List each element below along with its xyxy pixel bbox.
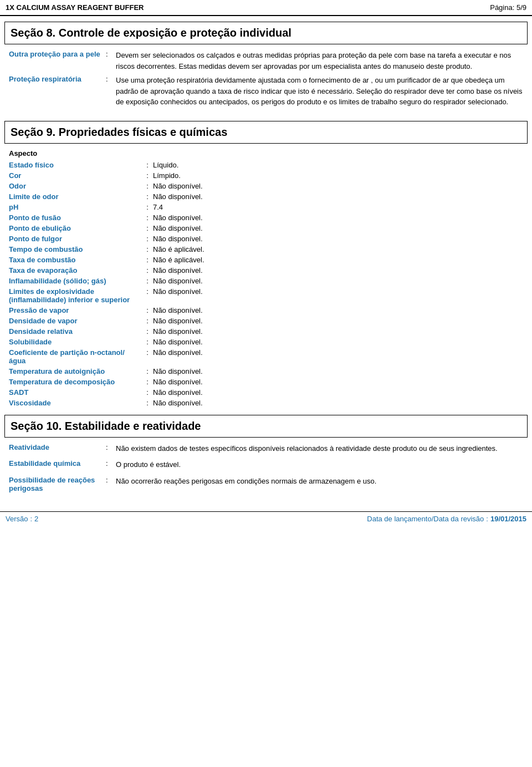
section9-heading: Seção 9. Propriedades físicas e químicas — [4, 121, 528, 144]
document-title: 1X CALCIUM ASSAY REAGENT BUFFER — [6, 3, 144, 12]
page-number: Página: 5/9 — [490, 3, 526, 12]
prop-label: pH — [9, 203, 142, 211]
prop-value: Não disponível. — [153, 338, 523, 346]
sec8-value-1: Devem ser selecionados os calçados e out… — [116, 50, 523, 72]
section9-properties: Estado físico:Líquido.Cor:Límpido.Odor:N… — [0, 159, 532, 409]
sec8-row-2: Proteção respiratória : Use uma proteção… — [9, 75, 523, 108]
prop-value: Não disponível. — [153, 317, 523, 325]
version-label: Versão — [6, 515, 28, 523]
prop-row: Limites de explosividade (inflamabilidad… — [9, 286, 523, 305]
prop-value: Não disponível. — [153, 388, 523, 397]
prop-colon: : — [142, 171, 153, 180]
prop-colon: : — [142, 214, 153, 222]
prop-label: Pressão de vapor — [9, 306, 142, 314]
prop-row: Ponto de ebulição:Não disponível. — [9, 223, 523, 233]
date-label: Data de lançamento/Data da revisão — [367, 515, 484, 523]
prop-label: Limites de explosividade (inflamabilidad… — [9, 287, 142, 304]
page: 1X CALCIUM ASSAY REAGENT BUFFER Página: … — [0, 0, 532, 526]
section8-content: Outra proteção para a pele : Devem ser s… — [0, 48, 532, 115]
prop-row: Ponto de fusão:Não disponível. — [9, 212, 523, 223]
date-value: 19/01/2015 — [490, 515, 526, 523]
prop-label: Coeficiente de partição n-octanol/água — [9, 348, 142, 365]
footer-version: Versão : 2 — [6, 515, 38, 523]
date-colon: : — [486, 515, 488, 523]
prop-colon: : — [142, 266, 153, 275]
prop-value: Não disponível. — [153, 192, 523, 201]
prop-label: Ponto de ebulição — [9, 224, 142, 232]
prop-colon: : — [142, 203, 153, 211]
sec10-label: Possibilidade de reações perigosas — [9, 476, 106, 492]
prop-colon: : — [142, 399, 153, 407]
prop-colon: : — [142, 245, 153, 253]
prop-value: Não disponível. — [153, 367, 523, 375]
prop-value: Não disponível. — [153, 182, 523, 190]
prop-colon: : — [142, 224, 153, 232]
prop-colon: : — [142, 235, 153, 243]
prop-row: Taxa de evaporação:Não disponível. — [9, 265, 523, 276]
sec8-row-1: Outra proteção para a pele : Devem ser s… — [9, 50, 523, 72]
sec10-colon: : — [106, 476, 116, 484]
prop-value: Não disponível. — [153, 306, 523, 314]
prop-colon: : — [142, 256, 153, 264]
sec10-value: Não existem dados de testes específicos … — [116, 443, 523, 454]
sec8-value-2: Use uma proteção respiratória devidament… — [116, 75, 523, 108]
sec10-label: Reatividade — [9, 443, 106, 451]
version-value: 2 — [34, 515, 38, 523]
prop-label: Estado físico — [9, 161, 142, 169]
prop-label: Temperatura de decomposição — [9, 378, 142, 386]
prop-label: Odor — [9, 182, 142, 190]
prop-label: Viscosidade — [9, 399, 142, 407]
prop-row: Densidade de vapor:Não disponível. — [9, 316, 523, 326]
prop-row: Limite de odor:Não disponível. — [9, 191, 523, 202]
prop-row: Taxa de combustão:Não é aplicável. — [9, 255, 523, 265]
sec10-row: Reatividade:Não existem dados de testes … — [9, 443, 523, 454]
section8-heading: Seção 8. Controle de exposição e proteçã… — [4, 22, 528, 44]
prop-row: Solubilidade:Não disponível. — [9, 337, 523, 347]
prop-colon: : — [142, 317, 153, 325]
sec8-colon-2: : — [106, 75, 116, 83]
prop-value: Não disponível. — [153, 399, 523, 407]
prop-value: Não disponível. — [153, 378, 523, 386]
prop-row: Temperatura de autoignição:Não disponíve… — [9, 366, 523, 377]
sec10-row: Estabilidade química:O produto é estável… — [9, 459, 523, 470]
prop-value: Não disponível. — [153, 287, 523, 296]
sec10-colon: : — [106, 443, 116, 451]
prop-colon: : — [142, 338, 153, 346]
prop-value: Não é aplicável. — [153, 245, 523, 253]
prop-label: Ponto de fulgor — [9, 235, 142, 243]
prop-label: Tempo de combustão — [9, 245, 142, 253]
prop-row: Inflamabilidade (sólido; gás):Não dispon… — [9, 276, 523, 286]
prop-colon: : — [142, 348, 153, 357]
prop-row: SADT:Não disponível. — [9, 387, 523, 398]
prop-row: Cor:Límpido. — [9, 170, 523, 181]
prop-value: Límpido. — [153, 171, 523, 180]
prop-value: Não disponível. — [153, 348, 523, 357]
prop-label: Densidade relativa — [9, 327, 142, 336]
prop-colon: : — [142, 388, 153, 397]
prop-label: Inflamabilidade (sólido; gás) — [9, 277, 142, 285]
prop-value: Não disponível. — [153, 214, 523, 222]
prop-colon: : — [142, 182, 153, 190]
prop-value: Não disponível. — [153, 235, 523, 243]
prop-colon: : — [142, 277, 153, 285]
prop-colon: : — [142, 378, 153, 386]
sec10-row: Possibilidade de reações perigosas:Não o… — [9, 476, 523, 492]
version-colon: : — [30, 515, 32, 523]
prop-label: Solubilidade — [9, 338, 142, 346]
prop-value: Não disponível. — [153, 266, 523, 275]
prop-value: Não disponível. — [153, 327, 523, 336]
prop-row: Ponto de fulgor:Não disponível. — [9, 233, 523, 244]
section10-heading: Seção 10. Estabilidade e reatividade — [4, 415, 528, 438]
page-header: 1X CALCIUM ASSAY REAGENT BUFFER Página: … — [0, 0, 532, 16]
sec8-label-2: Proteção respiratória — [9, 75, 106, 83]
sec8-colon-1: : — [106, 50, 116, 58]
prop-row: Temperatura de decomposição:Não disponív… — [9, 377, 523, 387]
prop-row: Coeficiente de partição n-octanol/água:N… — [9, 347, 523, 366]
subsection-aspecto: Aspecto — [0, 147, 532, 159]
sec10-value: Não ocorrerão reações perigosas em condi… — [116, 476, 523, 487]
prop-colon: : — [142, 192, 153, 201]
prop-colon: : — [142, 306, 153, 314]
prop-colon: : — [142, 327, 153, 336]
sec10-label: Estabilidade química — [9, 459, 106, 468]
prop-row: Pressão de vapor:Não disponível. — [9, 305, 523, 316]
